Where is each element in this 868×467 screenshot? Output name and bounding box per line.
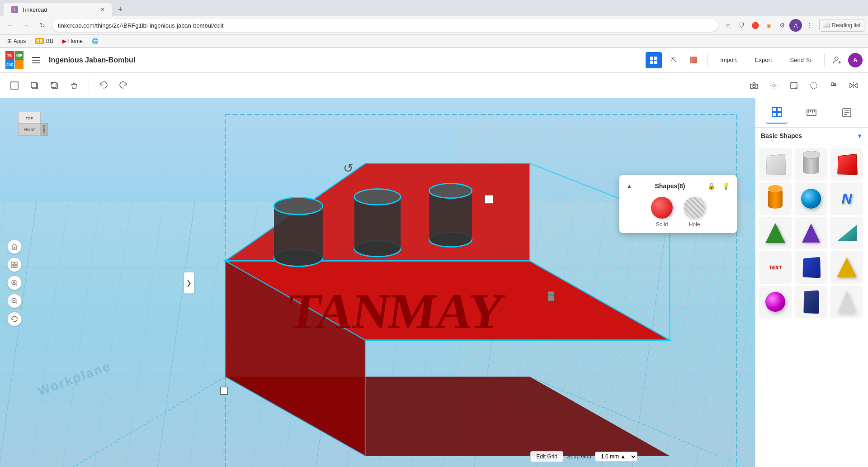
svg-rect-69 [772, 108, 776, 112]
shapes-grid: N TEXT [755, 144, 868, 322]
mirror-button[interactable] [844, 76, 863, 95]
zoom-in-icon [11, 279, 18, 286]
navigation-cube[interactable]: TOP FRONT RIGHT [14, 112, 50, 148]
reading-list-btn[interactable]: 📖 Reading list [819, 19, 864, 32]
align-icon [829, 81, 838, 90]
fit-view-button[interactable] [7, 257, 22, 272]
zoom-out-button[interactable] [7, 294, 22, 308]
align-button[interactable] [825, 76, 843, 95]
bookmark-apps[interactable]: ⊞ Apps [4, 37, 29, 45]
shape-item-purple-pyramid[interactable] [795, 217, 827, 249]
bookmark-star-icon[interactable]: ☆ [722, 19, 734, 32]
undo-icon [99, 81, 108, 90]
shape-item-red-box[interactable] [830, 148, 863, 181]
home-view-button[interactable] [7, 239, 22, 254]
light-button[interactable] [765, 76, 783, 95]
edit-grid-button[interactable]: Edit Grid [530, 451, 563, 462]
new-shape-button[interactable] [5, 76, 24, 95]
grid-view-button[interactable] [646, 52, 662, 68]
forward-button[interactable]: → [20, 19, 33, 32]
shapes-popup-collapse-button[interactable]: ▲ [625, 181, 634, 191]
shape-item-magenta-sphere[interactable] [759, 286, 792, 318]
shape-item-green-pyramid[interactable] [759, 217, 792, 249]
solid-option[interactable]: Solid [651, 197, 673, 228]
add-user-button[interactable] [830, 53, 844, 67]
hamburger-line-3 [32, 62, 40, 63]
shape-item-yellow-pyramid[interactable] [830, 251, 863, 284]
hamburger-menu-button[interactable] [29, 53, 43, 67]
rotate-button[interactable] [7, 312, 22, 326]
extension-btn-3[interactable]: ◉ [762, 19, 775, 32]
shape-item-white-cone[interactable] [830, 286, 863, 318]
redo-button[interactable] [114, 76, 132, 95]
note-button[interactable] [785, 76, 803, 95]
cube-front-face[interactable]: FRONT [18, 123, 41, 136]
new-shape-icon [10, 81, 19, 90]
svg-rect-0 [650, 57, 653, 60]
snap-grid-label: Snap Grid [567, 453, 591, 460]
panel-toggle-button[interactable]: ❯ [184, 272, 194, 294]
svg-rect-73 [807, 110, 816, 115]
bricks-button[interactable]: 🧱 [685, 52, 702, 68]
cube-right-face[interactable]: RIGHT [40, 123, 48, 136]
undo-button[interactable] [94, 76, 113, 95]
svg-rect-11 [51, 82, 56, 87]
new-tab-btn[interactable]: + [114, 3, 127, 16]
more-options-btn[interactable]: ⋮ [803, 19, 816, 32]
active-tab[interactable]: T Tinkercad ✕ [4, 3, 112, 16]
circle-tool-button[interactable] [805, 76, 823, 95]
tab-close-icon[interactable]: ✕ [100, 6, 105, 13]
pickaxe-button[interactable]: ⛏ [665, 52, 682, 68]
canvas-area[interactable]: TANMAY [0, 98, 755, 467]
shapes-library-header: Basic Shapes ▼ [755, 128, 868, 144]
shapes-options: Solid Hole [625, 197, 731, 228]
sidebar-tab-notes[interactable] [836, 102, 858, 124]
hamburger-line-1 [32, 57, 40, 58]
shape-item-gray-cylinder[interactable] [795, 148, 827, 181]
shape-item-blue-box[interactable] [795, 251, 827, 284]
bookmark-globe[interactable]: 🌐 [88, 37, 102, 45]
snap-grid-select[interactable]: 1.0 mm ▲ 0.5 mm 2.0 mm 5.0 mm [595, 452, 637, 462]
svg-line-65 [16, 284, 17, 286]
camera-icon [750, 81, 759, 90]
hole-option[interactable]: Hole [684, 197, 705, 228]
sidebar-tab-grid[interactable] [766, 102, 788, 124]
shapes-lock-button[interactable]: 🔒 [706, 181, 717, 191]
cube-top-face[interactable]: TOP [18, 112, 41, 124]
delete-button[interactable] [65, 76, 83, 95]
user-avatar[interactable]: A [848, 53, 863, 67]
shape-item-orange-cylinder[interactable] [759, 182, 792, 215]
profile-btn[interactable]: A [789, 19, 802, 32]
logo-cad: CAD [5, 60, 14, 69]
shape-item-navy-box[interactable] [795, 286, 827, 318]
shapes-library-dropdown[interactable]: ▼ [857, 133, 863, 139]
tinkercad-logo[interactable]: TIN KER CAD [5, 51, 24, 69]
import-button[interactable]: Import [713, 53, 744, 67]
back-button[interactable]: ← [4, 19, 16, 32]
sendto-button[interactable]: Send To [783, 53, 819, 67]
shape-item-teal-wedge[interactable] [830, 217, 863, 249]
svg-point-21 [811, 82, 817, 89]
shape-item-tanmay-text[interactable]: TEXT [759, 251, 792, 284]
bookmark-bb[interactable]: BB BB [31, 37, 57, 45]
extension-btn-1[interactable]: ⛉ [735, 19, 748, 32]
bookmark-home[interactable]: ▶ Home [59, 37, 86, 45]
shape-item-n-text[interactable]: N [830, 182, 863, 215]
shape-item-white-box[interactable] [759, 148, 792, 181]
shapes-light-button[interactable]: 💡 [721, 181, 731, 191]
reading-list-label: Reading list [832, 22, 860, 29]
extension-btn-2[interactable]: 🔴 [749, 19, 761, 32]
copy-button[interactable] [25, 76, 43, 95]
duplicate-button[interactable] [45, 76, 63, 95]
home-bookmark-icon: ▶ [62, 38, 66, 44]
extension-btn-4[interactable]: ⚙ [776, 19, 788, 32]
export-button[interactable]: Export [748, 53, 779, 67]
reload-button[interactable]: ↻ [36, 19, 49, 32]
zoom-in-button[interactable] [7, 276, 22, 290]
camera-eye-button[interactable] [745, 76, 763, 95]
shape-item-blue-sphere[interactable] [795, 182, 827, 215]
purple-pyramid-shape [802, 224, 820, 243]
address-input[interactable] [52, 19, 718, 32]
tab-favicon: T [11, 6, 18, 13]
sidebar-tab-ruler[interactable] [801, 102, 822, 124]
